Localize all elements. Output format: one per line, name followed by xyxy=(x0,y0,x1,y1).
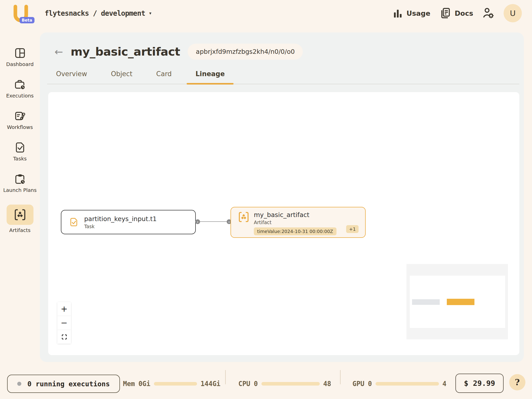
task-node-title: partition_keys_input.t1 xyxy=(84,215,157,223)
usage-label: Usage xyxy=(406,9,430,17)
zoom-in-button[interactable]: + xyxy=(57,302,71,316)
union-logo[interactable]: Beta xyxy=(11,3,30,23)
sidebar-item-label: Launch Plans xyxy=(3,187,37,193)
executions-icon xyxy=(14,79,26,90)
docs-label: Docs xyxy=(455,9,473,17)
sidebar-item-label: Dashboard xyxy=(6,61,34,68)
workflows-icon xyxy=(14,110,26,122)
tab-object[interactable]: Object xyxy=(102,68,141,84)
sidebar-item-label: Workflows xyxy=(7,124,33,130)
sidebar-item-launch-plans[interactable]: Launch Plans xyxy=(0,173,40,193)
avatar-letter: U xyxy=(510,9,516,18)
sidebar: Dashboard Executions Workflows xyxy=(0,32,40,234)
running-executions-pill[interactable]: 0 running executions xyxy=(7,375,120,393)
tab-card[interactable]: Card xyxy=(147,68,181,84)
statusbar-divider xyxy=(225,370,226,384)
user-settings-button[interactable] xyxy=(482,7,494,20)
question-mark-icon: ? xyxy=(515,377,520,387)
more-partitions-badge[interactable]: +1 xyxy=(346,225,359,233)
fit-view-button[interactable] xyxy=(57,330,71,344)
topbar-actions: Usage Docs xyxy=(393,4,522,22)
sidebar-item-tasks[interactable]: Tasks xyxy=(0,142,40,162)
sidebar-item-dashboard[interactable]: Dashboard xyxy=(0,47,40,68)
mem-meter-bar xyxy=(154,382,197,386)
status-dot-icon xyxy=(17,382,21,386)
artifact-node-subtitle: Artifact xyxy=(254,220,309,225)
sidebar-item-label: Artifacts xyxy=(9,227,31,234)
cpu-current: 0 xyxy=(254,380,258,388)
cpu-meter-bar xyxy=(261,382,320,386)
artifact-node-title: my_basic_artifact xyxy=(254,211,309,219)
artifacts-icon xyxy=(7,205,33,225)
cpu-max: 48 xyxy=(323,380,331,388)
project-domain-selector[interactable]: flytesnacks / development ▾ xyxy=(45,9,151,18)
cpu-meter: CPU 0 48 xyxy=(238,380,331,388)
gpu-meter: GPU 0 4 xyxy=(352,380,446,388)
bar-chart-icon xyxy=(393,8,403,19)
gpu-max: 4 xyxy=(442,380,447,388)
statusbar-divider xyxy=(340,370,341,384)
beta-badge: Beta xyxy=(20,17,35,23)
page-title: my_basic_artifact xyxy=(71,45,180,58)
dollar-icon: $ xyxy=(464,379,468,388)
cpu-label: CPU xyxy=(238,380,250,388)
tasks-icon xyxy=(14,142,26,153)
running-executions-label: 0 running executions xyxy=(27,380,110,388)
graph-controls: + − xyxy=(57,302,71,344)
task-node-subtitle: Task xyxy=(84,224,157,229)
edge-source-handle: › xyxy=(195,219,200,224)
chevron-right-icon: › xyxy=(228,220,230,224)
launch-plans-icon xyxy=(14,173,26,185)
sidebar-item-executions[interactable]: Executions xyxy=(0,79,40,99)
gpu-meter-bar xyxy=(376,382,439,386)
cost-button[interactable]: $ 29.99 xyxy=(455,374,504,393)
task-icon xyxy=(69,217,79,227)
usage-button[interactable]: Usage xyxy=(393,8,430,19)
sidebar-item-label: Tasks xyxy=(13,155,27,162)
sidebar-item-workflows[interactable]: Workflows xyxy=(0,110,40,130)
zoom-out-button[interactable]: − xyxy=(57,316,71,330)
minimap[interactable] xyxy=(406,264,508,339)
gpu-label: GPU xyxy=(352,380,364,388)
mem-max: 144Gi xyxy=(201,380,220,388)
back-arrow-icon: ← xyxy=(55,46,63,58)
dashboard-icon xyxy=(14,47,26,59)
docs-button[interactable]: Docs xyxy=(439,7,473,20)
task-node[interactable]: partition_keys_input.t1 Task xyxy=(61,210,196,234)
chevron-right-icon: › xyxy=(197,220,199,224)
tab-overview[interactable]: Overview xyxy=(47,68,96,84)
status-bar: 0 running executions Mem 0Gi 144Gi CPU 0… xyxy=(0,362,532,399)
user-gear-icon xyxy=(482,7,494,20)
minus-icon: − xyxy=(61,318,68,328)
sidebar-item-artifacts[interactable]: Artifacts xyxy=(0,205,40,234)
mem-current: 0Gi xyxy=(138,380,150,388)
chevron-down-icon: ▾ xyxy=(149,11,151,16)
fit-view-icon xyxy=(61,334,67,340)
tab-lineage[interactable]: Lineage xyxy=(187,68,234,84)
avatar[interactable]: U xyxy=(504,4,522,22)
lineage-edge xyxy=(196,221,230,222)
breadcrumb: flytesnacks / development xyxy=(45,9,145,18)
minimap-artifact-node xyxy=(447,299,474,305)
partition-badge: timeValue:2024-10-31 00:00:00Z xyxy=(254,227,336,235)
help-button[interactable]: ? xyxy=(509,374,525,390)
artifact-id-badge: apbrjxfd9mzfzbgs2kh4/n0/0/o0 xyxy=(188,44,303,60)
sidebar-item-label: Executions xyxy=(6,92,34,99)
gpu-current: 0 xyxy=(368,380,372,388)
back-button[interactable]: ← xyxy=(55,47,63,57)
top-bar: Beta flytesnacks / development ▾ Usage xyxy=(0,0,532,32)
cost-amount: 29.99 xyxy=(473,379,495,388)
artifact-node[interactable]: my_basic_artifact Artifact timeValue:202… xyxy=(230,207,366,238)
artifact-header: ← my_basic_artifact apbrjxfd9mzfzbgs2kh4… xyxy=(40,32,524,60)
main-content: ← my_basic_artifact apbrjxfd9mzfzbgs2kh4… xyxy=(40,32,524,362)
lineage-graph-canvas[interactable]: partition_keys_input.t1 Task › › xyxy=(48,92,519,355)
tab-bar: Overview Object Card Lineage xyxy=(47,68,519,84)
docs-icon xyxy=(439,7,451,20)
artifact-icon xyxy=(238,211,249,223)
minimap-task-node xyxy=(412,299,440,305)
plus-icon: + xyxy=(61,304,68,314)
mem-label: Mem xyxy=(123,380,135,388)
mem-meter: Mem 0Gi 144Gi xyxy=(123,380,220,388)
